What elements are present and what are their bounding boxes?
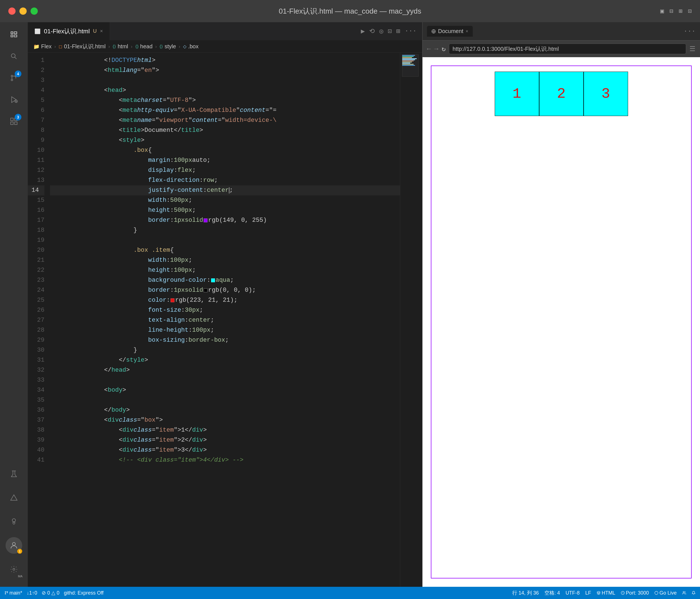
bc-sel-icon: ◇	[183, 44, 186, 49]
panel-icon[interactable]: ▣	[660, 7, 664, 15]
svg-point-22	[13, 569, 15, 570]
source-control-badge: 4	[15, 71, 21, 77]
spaces-config[interactable]: 空格: 4	[545, 590, 560, 596]
sidebar-item-search[interactable]	[4, 47, 24, 66]
error-status[interactable]: ⊘ 0 △ 0	[42, 590, 59, 596]
main-layout: 4 3	[0, 22, 700, 587]
code-line: </head>	[50, 365, 400, 375]
cursor-position[interactable]: 行 14, 列 36	[512, 590, 539, 596]
bc-file[interactable]: ◻ 01-Flex认识.html	[58, 43, 105, 50]
browser-menu-icon[interactable]: ☰	[690, 45, 696, 53]
layout-icon[interactable]: ⊞	[679, 7, 682, 15]
sidebar-item-extensions[interactable]: 3	[4, 111, 24, 131]
githud-status[interactable]: githd: Express Off	[64, 590, 104, 596]
split-right-icon[interactable]: ⊡	[388, 27, 392, 35]
more-icon[interactable]: ⊡	[688, 7, 692, 15]
sidebar-item-explorer[interactable]	[4, 25, 24, 45]
sidebar-item-test[interactable]	[4, 464, 24, 484]
maximize-button[interactable]	[30, 7, 38, 15]
flex-demo-container: 1 2 3	[431, 66, 692, 578]
sidebar-item-settings[interactable]: MA	[4, 559, 24, 579]
port-label: Port: 3000	[626, 590, 649, 596]
browser-more-icon[interactable]: ···	[683, 27, 696, 35]
sidebar-item-run[interactable]	[4, 90, 24, 109]
code-content[interactable]: <!DOCTYPE html> <html lang="en"> <head> …	[50, 53, 400, 587]
svg-rect-3	[14, 35, 17, 37]
minimap-content	[400, 53, 422, 78]
svg-point-4	[11, 54, 15, 58]
bc-head-tag[interactable]: ⟨⟩ head	[135, 43, 153, 50]
window-title: 01-Flex认识.html — mac_code — mac_yyds	[279, 6, 421, 16]
tab-close-button[interactable]: ×	[100, 28, 103, 34]
activity-bottom: 1 MA	[4, 464, 24, 587]
svg-line-5	[15, 57, 17, 59]
split-editor-icon[interactable]: ⟲	[369, 27, 375, 35]
flex-item-3: 3	[583, 72, 628, 116]
bc-style-tag[interactable]: ⟨⟩ style	[159, 43, 176, 50]
run-icon[interactable]: ▶	[361, 27, 365, 35]
minimap	[400, 53, 422, 587]
sidebar-item-source-control[interactable]: 4	[4, 68, 24, 88]
address-bar[interactable]: http://127.0.0.1:3000/Flex/01-Flex认识.htm…	[449, 44, 686, 54]
line-ending[interactable]: LF	[585, 590, 591, 596]
bc-flex[interactable]: 📁 Flex	[33, 43, 52, 50]
svg-rect-2	[14, 32, 17, 34]
bc-folder-icon: 📁	[33, 44, 40, 50]
split-icon[interactable]: ⊟	[670, 7, 673, 15]
svg-rect-17	[10, 122, 13, 124]
bc-flex-label: Flex	[41, 43, 52, 50]
close-button[interactable]	[8, 7, 16, 15]
go-live-button[interactable]: Go Live	[654, 590, 677, 596]
browser-nav: ← → ↻ http://127.0.0.1:3000/Flex/01-Flex…	[423, 41, 700, 57]
notifications[interactable]	[692, 591, 696, 595]
split-down-icon[interactable]: ⊞	[396, 27, 400, 35]
bc-sep-4: ›	[155, 44, 157, 49]
svg-line-31	[623, 593, 623, 594]
bc-box-selector[interactable]: ◇ .box	[183, 43, 199, 50]
status-right: 行 14, 列 36 空格: 4 UTF-8 LF HTML Port: 300…	[512, 590, 696, 596]
back-button[interactable]: ←	[427, 45, 431, 53]
breadcrumb: 📁 Flex › ◻ 01-Flex认识.html › ⟨⟩ html › ⟨⟩…	[28, 41, 422, 53]
svg-rect-1	[11, 35, 13, 37]
watch-icon[interactable]: ◎	[379, 27, 383, 35]
error-label: ⊘ 0 △ 0	[42, 590, 59, 596]
git-branch[interactable]: main*	[4, 590, 22, 596]
code-editor[interactable]: 12345 678910 1112131415 1617181920 21222…	[28, 53, 422, 587]
port-status[interactable]: Port: 3000	[621, 590, 649, 596]
sidebar-item-bulb[interactable]	[4, 512, 24, 531]
svg-point-26	[5, 594, 6, 594]
browser-tab-document[interactable]: Document ×	[427, 26, 473, 37]
bc-html-icon: ◻	[58, 44, 62, 49]
sidebar-item-triangle[interactable]	[4, 488, 24, 507]
go-live-label: Go Live	[659, 590, 677, 596]
tab-flex[interactable]: ⬜ 01-Flex认识.html U ×	[28, 22, 110, 40]
window-controls[interactable]	[8, 7, 38, 15]
language-mode[interactable]: HTML	[597, 590, 615, 596]
sidebar-item-accounts[interactable]: 1	[4, 536, 24, 555]
svg-point-21	[12, 542, 16, 545]
sync-status[interactable]: ↓1↑0	[27, 590, 37, 596]
spaces-label: 空格: 4	[545, 590, 560, 596]
bc-html-tag[interactable]: ⟨⟩ html	[112, 43, 128, 50]
html-file-icon: ⬜	[34, 28, 41, 34]
forward-button[interactable]: →	[434, 45, 438, 53]
svg-rect-14	[10, 118, 13, 121]
remote-status[interactable]	[682, 591, 686, 595]
code-line: <body>	[50, 385, 400, 395]
encoding-status[interactable]: UTF-8	[566, 590, 580, 596]
bc-sep-2: ›	[108, 44, 110, 49]
editor-actions: ▶ ⟲ ◎ ⊡ ⊞ ···	[361, 27, 422, 35]
browser-tab-label: Document	[438, 28, 463, 34]
svg-point-33	[683, 592, 684, 593]
more-actions-icon[interactable]: ···	[405, 27, 417, 35]
avatar[interactable]: 1	[5, 537, 22, 554]
tab-modified-dot: U	[93, 28, 97, 34]
minimize-button[interactable]	[20, 7, 27, 15]
refresh-button[interactable]: ↻	[442, 45, 446, 53]
tab-label: 01-Flex认识.html	[44, 27, 90, 35]
bc-style-label: style	[165, 43, 176, 50]
browser-tab-close[interactable]: ×	[466, 29, 468, 34]
tabs-bar: ⬜ 01-Flex认识.html U × ▶ ⟲ ◎ ⊡ ⊞ ···	[28, 22, 422, 41]
svg-point-32	[655, 591, 658, 595]
extensions-badge: 3	[15, 114, 21, 121]
